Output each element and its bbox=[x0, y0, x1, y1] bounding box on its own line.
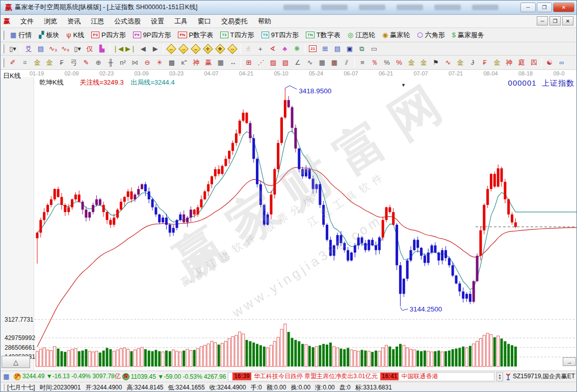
full-range-button[interactable]: ⇔ bbox=[226, 43, 239, 55]
menu-item-5[interactable]: 设置 bbox=[146, 16, 169, 27]
menu-item-9[interactable]: 帮助 bbox=[253, 16, 276, 27]
report-button[interactable]: ▤ bbox=[331, 43, 344, 55]
shen-grid-button[interactable]: 神 bbox=[190, 57, 202, 68]
window-maximize-button[interactable]: ❐ bbox=[537, 3, 552, 12]
period-style-button[interactable]: ▯▾ bbox=[7, 43, 19, 55]
kline-chart-canvas[interactable]: 3127.77314297599922865066611432533313418… bbox=[1, 70, 577, 371]
gann-wheel-button[interactable]: ◎江恩轮 bbox=[344, 29, 379, 41]
pan-hand-button[interactable]: ☝ bbox=[242, 43, 254, 55]
p-square-button[interactable]: P3P四方形 bbox=[88, 29, 129, 41]
p9-square-button[interactable]: P99P四方形 bbox=[129, 29, 175, 41]
market-grid-icon[interactable]: ▦ bbox=[2, 373, 11, 380]
price-scale-button[interactable]: ≡ bbox=[356, 57, 369, 68]
ying-grid-button[interactable]: 赢 bbox=[202, 57, 215, 68]
infinity-button[interactable]: ∞ bbox=[556, 57, 568, 68]
si-angle-button[interactable]: 四 bbox=[528, 57, 540, 68]
fan-shade-button[interactable]: ▧ bbox=[279, 57, 292, 68]
percent-button[interactable]: % bbox=[381, 57, 393, 68]
percent-red-button[interactable]: ％ bbox=[369, 57, 381, 68]
angle-measure-button[interactable]: ∢ bbox=[267, 43, 279, 55]
shanghai-market-icon[interactable]: 沪 bbox=[14, 373, 21, 380]
toolbar-grip[interactable] bbox=[2, 44, 5, 54]
menu-item-4[interactable]: 公式选股 bbox=[109, 16, 146, 27]
bow-tool-button[interactable]: 弓 bbox=[68, 57, 80, 68]
f-ruler-button[interactable]: ₣ bbox=[56, 57, 68, 68]
shen-angle-button[interactable]: 神 bbox=[503, 57, 515, 68]
percent-line-button[interactable]: % bbox=[393, 57, 405, 68]
stock-ticker[interactable]: SZ159719,国企共赢ET bbox=[505, 372, 575, 381]
rail-grid-button[interactable]: ╫ bbox=[104, 57, 117, 68]
wave-9-button[interactable]: ∿₉ bbox=[59, 43, 71, 55]
winner-service-button[interactable]: $赢家服务 bbox=[449, 29, 488, 41]
window-minimize-button[interactable]: ─ bbox=[520, 3, 536, 12]
window-grid2-button[interactable]: ▦ bbox=[328, 57, 340, 68]
red-pen-button[interactable]: ✎ bbox=[80, 57, 92, 68]
expand-horizontal-button[interactable]: ↔ bbox=[190, 43, 202, 55]
calendar-button[interactable]: 21 bbox=[307, 43, 319, 55]
toolbar-grip[interactable] bbox=[2, 31, 5, 40]
gold-angle-button[interactable]: 金 bbox=[454, 57, 466, 68]
band-tool-button[interactable]: ∿ bbox=[442, 57, 454, 68]
indicator-toggle-button[interactable]: △ bbox=[2, 356, 30, 368]
n-square-button[interactable]: n² bbox=[117, 57, 129, 68]
window-close-button[interactable]: ✕ bbox=[553, 3, 574, 12]
qiankun-mark-button[interactable]: 仅 bbox=[84, 43, 96, 55]
fan-box-button[interactable]: ▨ bbox=[267, 57, 279, 68]
last-bar-button[interactable]: ▶❘ bbox=[124, 43, 137, 55]
flag-mark-button[interactable]: ⚑ bbox=[430, 57, 442, 68]
smart-analysis-button[interactable]: ❋ bbox=[291, 43, 303, 55]
grid-tool-button[interactable]: ⌗ bbox=[19, 57, 31, 68]
menu-item-2[interactable]: 资讯 bbox=[62, 16, 86, 27]
calculator-button[interactable]: ⊞ bbox=[319, 43, 331, 55]
fan-lines-button[interactable]: ⋰ bbox=[255, 57, 267, 68]
print-button[interactable]: ▭ bbox=[368, 43, 380, 55]
first-bar-button[interactable]: ❘◀ bbox=[112, 43, 124, 55]
time-circle-button[interactable]: ⊕ bbox=[92, 57, 104, 68]
p-number-table-button[interactable]: PNP数字表 bbox=[174, 29, 217, 41]
dense-grid-button[interactable]: ▦ bbox=[215, 57, 227, 68]
mdi-restore-button[interactable]: ❐ bbox=[549, 16, 561, 25]
wave-3-button[interactable]: ∿₃ bbox=[47, 43, 59, 55]
hexagon-button[interactable]: ⬡六角形 bbox=[413, 29, 448, 41]
scroll-right-button[interactable]: → bbox=[563, 357, 576, 366]
toolbar-grip[interactable] bbox=[2, 58, 5, 67]
winner-wheel-button[interactable]: ◉赢家轮 bbox=[379, 29, 413, 41]
draw-brush-button[interactable]: ✐ bbox=[7, 57, 19, 68]
menu-item-3[interactable]: 江恩 bbox=[86, 16, 109, 27]
t9-square-button[interactable]: T99T四方形 bbox=[258, 29, 303, 41]
gann-tree-button[interactable]: ♣ bbox=[279, 43, 291, 55]
crosshair-button[interactable]: ＋ bbox=[254, 43, 267, 55]
shenzhen-market-icon[interactable]: 深 bbox=[122, 373, 129, 380]
star-rays-button[interactable]: ✳ bbox=[153, 57, 166, 68]
news-ticker[interactable]: 16:39华工科技今日跌停 章盟主席位净卖出3.01亿元16:41中国联通香港 bbox=[228, 372, 494, 381]
shift-left-button[interactable]: ← bbox=[165, 43, 177, 55]
next-bar-button[interactable]: ▶ bbox=[149, 43, 162, 55]
prev-bar-button[interactable]: ◀ bbox=[137, 43, 149, 55]
menu-item-8[interactable]: 交易委托 bbox=[216, 16, 253, 27]
parallel-lines-button[interactable]: ⫽ bbox=[340, 57, 353, 68]
sectors-button[interactable]: ▞板块 bbox=[35, 29, 63, 41]
angle-mirror-button[interactable]: ⋈ bbox=[129, 57, 141, 68]
menu-item-6[interactable]: 工具 bbox=[169, 16, 193, 27]
k-quote-button[interactable]: ĸ″ bbox=[178, 57, 190, 68]
gold-grid-button[interactable]: 金 bbox=[31, 57, 43, 68]
export-image-button[interactable]: ⧉ bbox=[356, 43, 368, 55]
angle-line-button[interactable]: ∠ bbox=[292, 57, 304, 68]
compress-range-button[interactable]: ✢ bbox=[202, 43, 214, 55]
save-button[interactable]: ▣ bbox=[344, 43, 356, 55]
zigzag-button[interactable]: ∿ bbox=[304, 57, 316, 68]
mdi-close-button[interactable]: ✕ bbox=[562, 16, 573, 25]
gold-gate-button[interactable]: 金 bbox=[43, 57, 56, 68]
corner-box-button[interactable]: ⊞ bbox=[243, 57, 255, 68]
circle-cross-button[interactable]: ⊖ bbox=[141, 57, 153, 68]
t-number-table-button[interactable]: TNT数字表 bbox=[302, 29, 344, 41]
menu-item-0[interactable]: 文件 bbox=[15, 16, 39, 27]
gold-fan-button[interactable]: 金 bbox=[491, 57, 503, 68]
mdi-minimize-button[interactable]: ─ bbox=[537, 16, 548, 25]
shift-right-button[interactable]: → bbox=[177, 43, 190, 55]
gold-line-button[interactable]: 金 bbox=[417, 57, 430, 68]
memo-note-button[interactable]: ▤ bbox=[35, 43, 47, 55]
color-ladder-button[interactable]: ▙ bbox=[96, 43, 108, 55]
t-square-button[interactable]: T3T四方形 bbox=[217, 29, 257, 41]
f-line-button[interactable]: ₣ bbox=[479, 57, 491, 68]
